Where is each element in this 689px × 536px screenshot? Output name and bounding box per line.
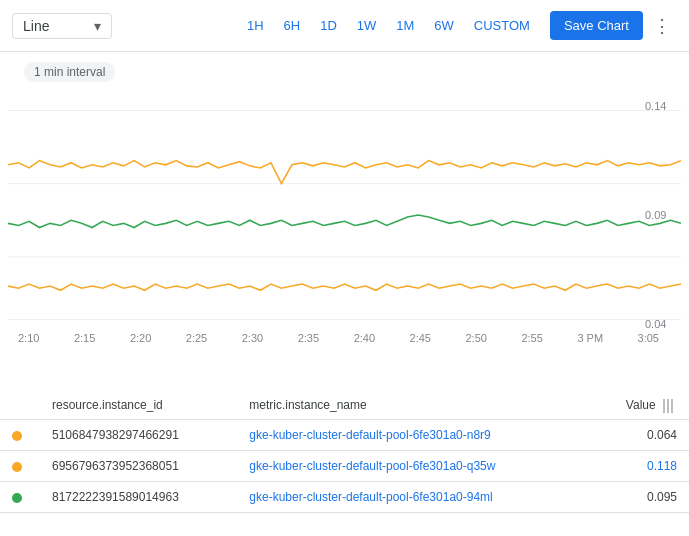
legend-table-container: resource.instance_id metric.instance_nam… <box>0 392 689 513</box>
row-dot-2 <box>0 450 40 481</box>
table-row: 817222239158901496​3 gke-kuber-cluster-d… <box>0 481 689 512</box>
x-label: 3:05 <box>638 332 659 344</box>
x-label: 2:35 <box>298 332 319 344</box>
time-btn-1w[interactable]: 1W <box>349 13 385 38</box>
col-value: Value <box>591 392 689 419</box>
svg-rect-4 <box>663 399 665 413</box>
x-label: 2:15 <box>74 332 95 344</box>
row-instance-id-1: 510684793829746629​1 <box>40 419 237 450</box>
time-btn-6w[interactable]: 6W <box>426 13 462 38</box>
table-header-row: resource.instance_id metric.instance_nam… <box>0 392 689 419</box>
col-instance-id: resource.instance_id <box>40 392 237 419</box>
table-row: 510684793829746629​1 gke-kuber-cluster-d… <box>0 419 689 450</box>
x-label: 2:20 <box>130 332 151 344</box>
line-chart <box>8 100 681 330</box>
time-btn-6h[interactable]: 6H <box>276 13 309 38</box>
x-label: 2:25 <box>186 332 207 344</box>
x-label: 2:10 <box>18 332 39 344</box>
row-metric-name-2[interactable]: gke-kuber-cluster-default-pool-6fe301a0-… <box>237 450 590 481</box>
row-instance-id-2: 695679637395236805​1 <box>40 450 237 481</box>
time-btn-1m[interactable]: 1M <box>388 13 422 38</box>
svg-rect-5 <box>667 399 669 413</box>
col-metric-name: metric.instance_name <box>237 392 590 419</box>
interval-badge: 1 min interval <box>24 62 115 82</box>
chart-type-dropdown[interactable]: Line ▾ <box>12 13 112 39</box>
top-bar: Line ▾ 1H 6H 1D 1W 1M 6W CUSTOM Save Cha… <box>0 0 689 52</box>
interval-section: 1 min interval <box>0 52 689 92</box>
time-controls: 1H 6H 1D 1W 1M 6W CUSTOM Save Chart ⋮ <box>239 11 677 41</box>
legend-table: resource.instance_id metric.instance_nam… <box>0 392 689 513</box>
row-value-1: 0.064 <box>591 419 689 450</box>
table-row: 695679637395236805​1 gke-kuber-cluster-d… <box>0 450 689 481</box>
time-btn-1h[interactable]: 1H <box>239 13 272 38</box>
x-label: 2:30 <box>242 332 263 344</box>
column-sort-icon[interactable] <box>663 398 677 412</box>
x-label: 3 PM <box>577 332 603 344</box>
row-dot-3 <box>0 481 40 512</box>
row-dot-1 <box>0 419 40 450</box>
chart-type-label: Line <box>23 18 49 34</box>
chart-area: 0.14 0.09 0.04 2:10 2:15 2:20 2:25 2:30 … <box>0 92 689 392</box>
more-options-button[interactable]: ⋮ <box>647 11 677 41</box>
svg-rect-6 <box>671 399 673 413</box>
x-axis: 2:10 2:15 2:20 2:25 2:30 2:35 2:40 2:45 … <box>8 330 659 344</box>
x-label: 2:50 <box>466 332 487 344</box>
row-metric-name-1[interactable]: gke-kuber-cluster-default-pool-6fe301a0-… <box>237 419 590 450</box>
x-label: 2:45 <box>410 332 431 344</box>
row-instance-id-3: 817222239158901496​3 <box>40 481 237 512</box>
row-value-2: 0.118 <box>591 450 689 481</box>
time-btn-custom[interactable]: CUSTOM <box>466 13 538 38</box>
row-metric-name-3[interactable]: gke-kuber-cluster-default-pool-6fe301a0-… <box>237 481 590 512</box>
x-label: 2:40 <box>354 332 375 344</box>
col-dot <box>0 392 40 419</box>
row-value-3: 0.095 <box>591 481 689 512</box>
time-btn-1d[interactable]: 1D <box>312 13 345 38</box>
save-chart-button[interactable]: Save Chart <box>550 11 643 40</box>
chevron-down-icon: ▾ <box>94 18 101 34</box>
x-label: 2:55 <box>521 332 542 344</box>
